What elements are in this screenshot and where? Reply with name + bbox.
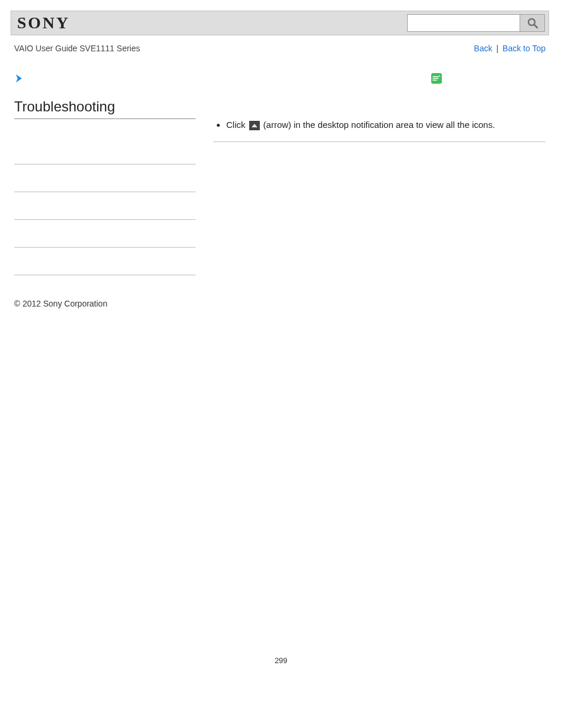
sidebar-item[interactable] xyxy=(14,192,196,220)
search-box xyxy=(407,14,545,32)
search-input[interactable] xyxy=(408,15,520,31)
page-number: 299 xyxy=(0,656,562,677)
nav-separator: | xyxy=(497,44,499,53)
sidebar-item[interactable] xyxy=(14,220,196,248)
instruction-prefix: Click xyxy=(226,120,248,130)
copyright-text: © 2012 Sony Corporation xyxy=(11,275,549,308)
guide-title: VAIO User Guide SVE1111 Series xyxy=(14,44,140,53)
back-to-top-link[interactable]: Back to Top xyxy=(503,44,546,53)
main-content: Click (arrow) in the desktop notificatio… xyxy=(213,59,546,275)
sidebar-title: Troubleshooting xyxy=(14,98,196,119)
back-link[interactable]: Back xyxy=(474,44,492,53)
instruction-suffix: (arrow) in the desktop notification area… xyxy=(261,120,495,130)
content-divider xyxy=(213,141,546,142)
sony-logo: SONY xyxy=(17,14,70,32)
sidebar-list xyxy=(14,137,196,275)
nav-links: Back | Back to Top xyxy=(474,44,546,53)
svg-line-1 xyxy=(534,25,537,28)
search-button[interactable] xyxy=(520,15,544,31)
arrow-up-icon xyxy=(249,121,260,130)
sidebar-item[interactable] xyxy=(14,248,196,275)
sidebar-item[interactable] xyxy=(14,137,196,164)
note-icon xyxy=(431,73,546,85)
sidebar: Troubleshooting xyxy=(14,59,196,275)
header-bar: SONY xyxy=(11,11,549,35)
sidebar-item[interactable] xyxy=(14,164,196,192)
magnifier-icon xyxy=(527,17,538,29)
instruction-item: Click (arrow) in the desktop notificatio… xyxy=(226,118,546,132)
instruction-list: Click (arrow) in the desktop notificatio… xyxy=(213,118,546,132)
subheader: VAIO User Guide SVE1111 Series Back | Ba… xyxy=(11,35,549,59)
chevron-right-icon[interactable] xyxy=(14,73,196,85)
